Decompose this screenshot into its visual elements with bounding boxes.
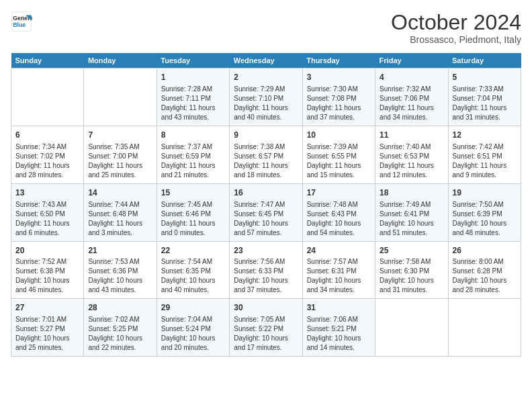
day-number: 24 [307, 245, 371, 257]
day-info: Sunrise: 7:02 AM Sunset: 5:25 PM Dayligh… [88, 315, 152, 353]
calendar-cell: 12Sunrise: 7:42 AM Sunset: 6:51 PM Dayli… [448, 126, 521, 183]
day-number: 3 [307, 72, 371, 83]
calendar-cell: 28Sunrise: 7:02 AM Sunset: 5:25 PM Dayli… [84, 299, 157, 357]
calendar-cell: 25Sunrise: 7:58 AM Sunset: 6:30 PM Dayli… [375, 241, 448, 299]
day-info: Sunrise: 7:37 AM Sunset: 6:59 PM Dayligh… [161, 142, 225, 180]
calendar-week-row: 20Sunrise: 7:52 AM Sunset: 6:38 PM Dayli… [11, 241, 521, 299]
calendar-table: SundayMondayTuesdayWednesdayThursdayFrid… [11, 53, 521, 357]
day-info: Sunrise: 7:53 AM Sunset: 6:36 PM Dayligh… [88, 257, 152, 295]
day-number: 18 [380, 187, 443, 199]
day-info: Sunrise: 7:43 AM Sunset: 6:50 PM Dayligh… [15, 200, 79, 238]
day-number: 10 [307, 130, 371, 141]
logo-icon: General Blue [11, 11, 32, 32]
calendar-cell: 14Sunrise: 7:44 AM Sunset: 6:48 PM Dayli… [84, 183, 157, 241]
day-number: 30 [234, 302, 298, 314]
weekday-header: Sunday [11, 53, 84, 68]
day-number: 4 [380, 72, 443, 83]
location: Brossasco, Piedmont, Italy [391, 34, 521, 45]
day-info: Sunrise: 7:45 AM Sunset: 6:46 PM Dayligh… [161, 200, 225, 238]
calendar-cell: 30Sunrise: 7:05 AM Sunset: 5:22 PM Dayli… [230, 299, 302, 357]
calendar-cell: 31Sunrise: 7:06 AM Sunset: 5:21 PM Dayli… [302, 299, 375, 357]
day-info: Sunrise: 7:28 AM Sunset: 7:11 PM Dayligh… [161, 85, 225, 122]
day-info: Sunrise: 7:39 AM Sunset: 6:55 PM Dayligh… [307, 142, 371, 180]
calendar-cell: 13Sunrise: 7:43 AM Sunset: 6:50 PM Dayli… [11, 183, 84, 241]
day-info: Sunrise: 7:48 AM Sunset: 6:43 PM Dayligh… [307, 200, 371, 238]
day-number: 20 [15, 245, 79, 257]
day-number: 5 [453, 72, 517, 83]
calendar-cell: 24Sunrise: 7:57 AM Sunset: 6:31 PM Dayli… [302, 241, 375, 299]
day-info: Sunrise: 7:35 AM Sunset: 7:00 PM Dayligh… [88, 142, 152, 180]
day-number: 22 [161, 245, 225, 257]
day-number: 15 [161, 187, 225, 199]
calendar-cell: 15Sunrise: 7:45 AM Sunset: 6:46 PM Dayli… [157, 183, 229, 241]
calendar-week-row: 27Sunrise: 7:01 AM Sunset: 5:27 PM Dayli… [11, 299, 521, 357]
calendar-cell [84, 68, 157, 126]
day-number: 31 [307, 302, 371, 314]
calendar-cell: 4Sunrise: 7:32 AM Sunset: 7:06 PM Daylig… [375, 68, 448, 126]
calendar-cell: 26Sunrise: 8:00 AM Sunset: 6:28 PM Dayli… [448, 241, 521, 299]
day-info: Sunrise: 7:29 AM Sunset: 7:10 PM Dayligh… [234, 85, 298, 122]
calendar-cell: 16Sunrise: 7:47 AM Sunset: 6:45 PM Dayli… [230, 183, 302, 241]
calendar-cell: 2Sunrise: 7:29 AM Sunset: 7:10 PM Daylig… [230, 68, 302, 126]
day-number: 8 [161, 130, 225, 141]
calendar-cell: 10Sunrise: 7:39 AM Sunset: 6:55 PM Dayli… [302, 126, 375, 183]
day-number: 13 [15, 187, 79, 199]
weekday-header: Tuesday [157, 53, 229, 68]
weekday-header: Monday [84, 53, 157, 68]
calendar-cell: 8Sunrise: 7:37 AM Sunset: 6:59 PM Daylig… [157, 126, 229, 183]
day-info: Sunrise: 7:42 AM Sunset: 6:51 PM Dayligh… [453, 142, 517, 180]
day-number: 1 [161, 72, 225, 83]
day-info: Sunrise: 7:33 AM Sunset: 7:04 PM Dayligh… [453, 85, 517, 122]
day-number: 2 [234, 72, 298, 83]
day-number: 29 [161, 302, 225, 314]
calendar-cell: 19Sunrise: 7:50 AM Sunset: 6:39 PM Dayli… [448, 183, 521, 241]
calendar-week-row: 1Sunrise: 7:28 AM Sunset: 7:11 PM Daylig… [11, 68, 521, 126]
day-number: 12 [453, 130, 517, 141]
weekday-header: Wednesday [230, 53, 302, 68]
day-info: Sunrise: 7:49 AM Sunset: 6:41 PM Dayligh… [380, 200, 443, 238]
calendar-cell: 21Sunrise: 7:53 AM Sunset: 6:36 PM Dayli… [84, 241, 157, 299]
calendar-cell: 18Sunrise: 7:49 AM Sunset: 6:41 PM Dayli… [375, 183, 448, 241]
day-number: 23 [234, 245, 298, 257]
day-info: Sunrise: 7:44 AM Sunset: 6:48 PM Dayligh… [88, 200, 152, 238]
day-number: 27 [15, 302, 79, 314]
page-header: General Blue October 2024 Brossasco, Pie… [11, 11, 521, 45]
calendar-cell: 9Sunrise: 7:38 AM Sunset: 6:57 PM Daylig… [230, 126, 302, 183]
month-title: October 2024 [391, 11, 521, 34]
day-number: 9 [234, 130, 298, 141]
day-number: 26 [453, 245, 517, 257]
title-block: October 2024 Brossasco, Piedmont, Italy [391, 11, 521, 45]
weekday-header-row: SundayMondayTuesdayWednesdayThursdayFrid… [11, 53, 521, 68]
day-number: 14 [88, 187, 152, 199]
day-info: Sunrise: 7:38 AM Sunset: 6:57 PM Dayligh… [234, 142, 298, 180]
day-info: Sunrise: 7:54 AM Sunset: 6:35 PM Dayligh… [161, 257, 225, 295]
day-info: Sunrise: 7:04 AM Sunset: 5:24 PM Dayligh… [161, 315, 225, 353]
day-info: Sunrise: 8:00 AM Sunset: 6:28 PM Dayligh… [453, 257, 517, 295]
logo: General Blue [11, 11, 32, 32]
calendar-cell [448, 299, 521, 357]
calendar-cell: 11Sunrise: 7:40 AM Sunset: 6:53 PM Dayli… [375, 126, 448, 183]
calendar-cell: 1Sunrise: 7:28 AM Sunset: 7:11 PM Daylig… [157, 68, 229, 126]
calendar-cell: 5Sunrise: 7:33 AM Sunset: 7:04 PM Daylig… [448, 68, 521, 126]
calendar-cell [11, 68, 84, 126]
calendar-cell: 7Sunrise: 7:35 AM Sunset: 7:00 PM Daylig… [84, 126, 157, 183]
day-info: Sunrise: 7:47 AM Sunset: 6:45 PM Dayligh… [234, 200, 298, 238]
day-info: Sunrise: 7:32 AM Sunset: 7:06 PM Dayligh… [380, 85, 443, 122]
day-info: Sunrise: 7:34 AM Sunset: 7:02 PM Dayligh… [15, 142, 79, 180]
calendar-cell: 27Sunrise: 7:01 AM Sunset: 5:27 PM Dayli… [11, 299, 84, 357]
day-info: Sunrise: 7:40 AM Sunset: 6:53 PM Dayligh… [380, 142, 443, 180]
day-info: Sunrise: 7:30 AM Sunset: 7:08 PM Dayligh… [307, 85, 371, 122]
calendar-cell: 6Sunrise: 7:34 AM Sunset: 7:02 PM Daylig… [11, 126, 84, 183]
day-info: Sunrise: 7:58 AM Sunset: 6:30 PM Dayligh… [380, 257, 443, 295]
day-info: Sunrise: 7:50 AM Sunset: 6:39 PM Dayligh… [453, 200, 517, 238]
calendar-cell: 17Sunrise: 7:48 AM Sunset: 6:43 PM Dayli… [302, 183, 375, 241]
day-number: 17 [307, 187, 371, 199]
day-info: Sunrise: 7:06 AM Sunset: 5:21 PM Dayligh… [307, 315, 371, 353]
day-number: 19 [453, 187, 517, 199]
calendar-cell: 20Sunrise: 7:52 AM Sunset: 6:38 PM Dayli… [11, 241, 84, 299]
day-info: Sunrise: 7:56 AM Sunset: 6:33 PM Dayligh… [234, 257, 298, 295]
calendar-cell: 29Sunrise: 7:04 AM Sunset: 5:24 PM Dayli… [157, 299, 229, 357]
calendar-week-row: 6Sunrise: 7:34 AM Sunset: 7:02 PM Daylig… [11, 126, 521, 183]
day-number: 11 [380, 130, 443, 141]
weekday-header: Friday [375, 53, 448, 68]
